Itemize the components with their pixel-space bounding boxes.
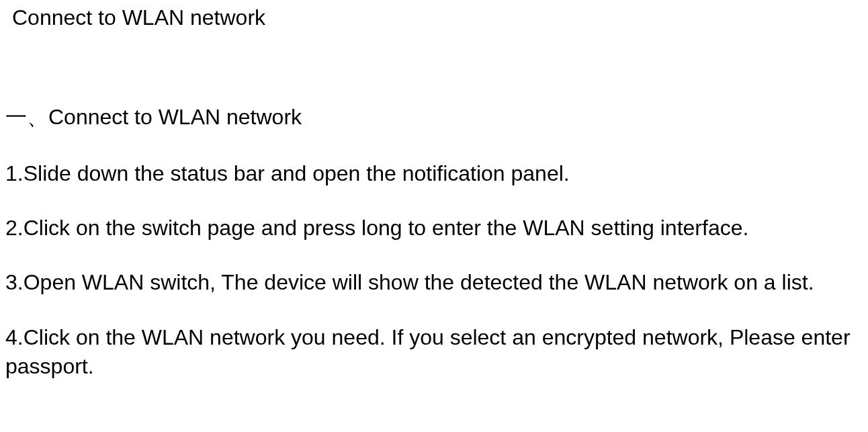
- step-2: 2.Click on the switch page and press lon…: [5, 214, 868, 243]
- step-1: 1.Slide down the status bar and open the…: [5, 159, 868, 188]
- page-title: Connect to WLAN network: [12, 5, 868, 30]
- step-4: 4.Click on the WLAN network you need. If…: [5, 323, 868, 381]
- section-heading: 一、Connect to WLAN network: [5, 103, 868, 132]
- step-3: 3.Open WLAN switch, The device will show…: [5, 268, 868, 297]
